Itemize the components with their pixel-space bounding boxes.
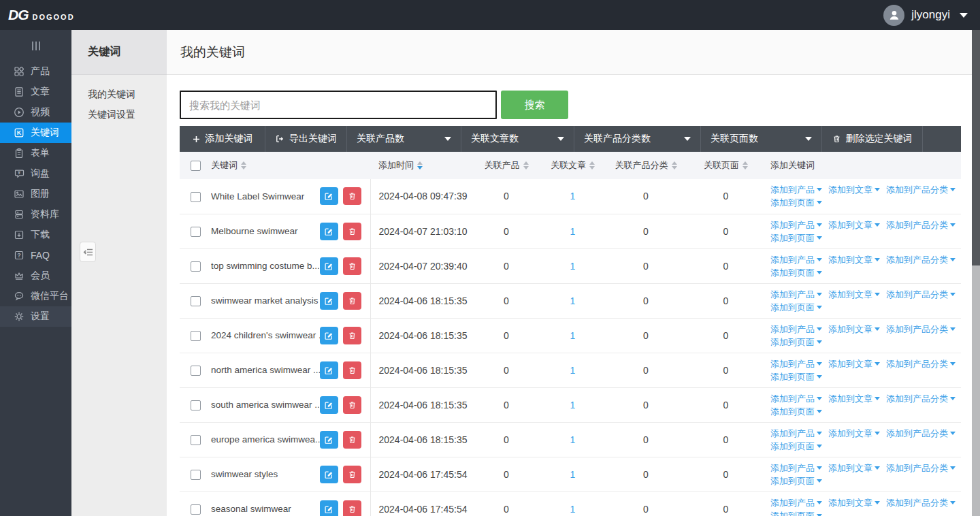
related-articles-count[interactable]: 1 xyxy=(540,283,605,318)
row-checkbox[interactable] xyxy=(191,261,201,272)
add-to-product-link[interactable]: 添加到产品 xyxy=(770,183,822,196)
related-articles-count[interactable]: 1 xyxy=(540,353,605,387)
sidebar-item-settings[interactable]: 设置 xyxy=(0,306,71,327)
add-to-article-link[interactable]: 添加到文章 xyxy=(828,323,880,336)
related-articles-count[interactable]: 1 xyxy=(540,387,605,422)
row-checkbox[interactable] xyxy=(191,470,201,480)
related-pages-count-dropdown[interactable]: 关联页面数 xyxy=(701,126,822,152)
delete-button[interactable] xyxy=(343,500,361,516)
sidebar-item-articles[interactable]: 文章 xyxy=(0,82,71,102)
add-to-product-link[interactable]: 添加到产品 xyxy=(770,462,822,474)
add-to-article-link[interactable]: 添加到文章 xyxy=(828,427,880,440)
add-to-page-link[interactable]: 添加到页面 xyxy=(770,231,822,244)
add-to-product-link[interactable]: 添加到产品 xyxy=(770,253,822,266)
row-checkbox[interactable] xyxy=(191,400,201,410)
delete-button[interactable] xyxy=(343,361,361,379)
edit-button[interactable] xyxy=(320,223,338,240)
header-related-articles[interactable]: 关联文章 xyxy=(540,152,605,179)
row-checkbox[interactable] xyxy=(191,192,201,202)
edit-button[interactable] xyxy=(320,257,338,275)
row-checkbox[interactable] xyxy=(191,227,201,237)
add-keyword-button[interactable]: 添加关键词 xyxy=(180,126,265,152)
edit-button[interactable] xyxy=(320,327,338,344)
edit-button[interactable] xyxy=(320,396,338,414)
related-articles-count[interactable]: 1 xyxy=(540,318,605,353)
add-to-article-link[interactable]: 添加到文章 xyxy=(828,357,880,370)
header-keyword[interactable]: 关键词 xyxy=(206,152,370,179)
username[interactable]: jlyongyi xyxy=(911,8,950,22)
add-to-page-link[interactable]: 添加到页面 xyxy=(770,301,822,314)
add-to-product-link[interactable]: 添加到产品 xyxy=(770,219,822,231)
related-articles-count[interactable]: 1 xyxy=(540,491,605,516)
header-related-products[interactable]: 关联产品 xyxy=(472,152,540,179)
related-articles-count-dropdown[interactable]: 关联文章数 xyxy=(461,126,574,152)
sidebar-item-library[interactable]: 资料库 xyxy=(0,204,71,225)
sidebar-item-members[interactable]: 会员 xyxy=(0,265,71,286)
add-to-article-link[interactable]: 添加到文章 xyxy=(828,288,880,301)
add-to-category-link[interactable]: 添加到产品分类 xyxy=(886,462,956,474)
sidebar-item-videos[interactable]: 视频 xyxy=(0,102,71,123)
related-articles-count[interactable]: 1 xyxy=(540,179,605,214)
sidebar-collapse-icon[interactable] xyxy=(0,35,71,56)
delete-button[interactable] xyxy=(343,466,361,483)
add-to-page-link[interactable]: 添加到页面 xyxy=(770,266,822,279)
add-to-product-link[interactable]: 添加到产品 xyxy=(770,288,822,301)
edit-button[interactable] xyxy=(320,466,338,483)
header-related-pages[interactable]: 关联页面 xyxy=(687,152,765,179)
subsidebar-item-my-keywords[interactable]: 我的关键词 xyxy=(71,84,167,105)
vertical-scrollbar[interactable] xyxy=(972,30,980,516)
add-to-category-link[interactable]: 添加到产品分类 xyxy=(886,392,956,405)
avatar[interactable] xyxy=(883,5,904,26)
sidebar-item-faq[interactable]: ? FAQ xyxy=(0,245,71,265)
related-products-count-dropdown[interactable]: 关联产品数 xyxy=(347,126,461,152)
sidebar-item-keywords[interactable]: K 关键词 xyxy=(0,123,71,143)
edit-button[interactable] xyxy=(320,361,338,379)
add-to-product-link[interactable]: 添加到产品 xyxy=(770,392,822,405)
edit-button[interactable] xyxy=(320,431,338,449)
add-to-category-link[interactable]: 添加到产品分类 xyxy=(886,427,956,440)
user-menu[interactable]: jlyongyi xyxy=(883,5,980,26)
scrollbar-thumb[interactable] xyxy=(972,30,980,265)
add-to-page-link[interactable]: 添加到页面 xyxy=(770,196,822,209)
related-articles-count[interactable]: 1 xyxy=(540,214,605,248)
panel-collapse-button[interactable] xyxy=(80,242,96,262)
add-to-category-link[interactable]: 添加到产品分类 xyxy=(886,323,956,336)
sidebar-item-albums[interactable]: 图册 xyxy=(0,184,71,204)
add-to-article-link[interactable]: 添加到文章 xyxy=(828,392,880,405)
related-articles-count[interactable]: 1 xyxy=(540,457,605,491)
row-checkbox[interactable] xyxy=(191,366,201,376)
header-related-categories[interactable]: 关联产品分类 xyxy=(605,152,687,179)
delete-selected-keywords-button[interactable]: 删除选定关键词 xyxy=(822,126,923,152)
add-to-article-link[interactable]: 添加到文章 xyxy=(828,462,880,474)
header-added-time[interactable]: 添加时间 xyxy=(370,152,472,179)
edit-button[interactable] xyxy=(320,187,338,205)
row-checkbox[interactable] xyxy=(191,504,201,515)
add-to-product-link[interactable]: 添加到产品 xyxy=(770,357,822,370)
add-to-page-link[interactable]: 添加到页面 xyxy=(770,336,822,349)
add-to-page-link[interactable]: 添加到页面 xyxy=(770,440,822,453)
add-to-category-link[interactable]: 添加到产品分类 xyxy=(886,288,956,301)
row-checkbox[interactable] xyxy=(191,331,201,341)
delete-button[interactable] xyxy=(343,292,361,310)
add-to-category-link[interactable]: 添加到产品分类 xyxy=(886,219,956,231)
sidebar-item-inquiries[interactable]: ¥ 询盘 xyxy=(0,163,71,184)
delete-button[interactable] xyxy=(343,257,361,275)
delete-button[interactable] xyxy=(343,223,361,240)
add-to-category-link[interactable]: 添加到产品分类 xyxy=(886,183,956,196)
row-checkbox[interactable] xyxy=(191,435,201,445)
delete-button[interactable] xyxy=(343,431,361,449)
delete-button[interactable] xyxy=(343,327,361,344)
related-articles-count[interactable]: 1 xyxy=(540,422,605,457)
subsidebar-item-keyword-settings[interactable]: 关键词设置 xyxy=(71,105,167,125)
keyword-search-input[interactable] xyxy=(180,91,497,119)
add-to-category-link[interactable]: 添加到产品分类 xyxy=(886,357,956,370)
sidebar-item-products[interactable]: 产品 xyxy=(0,61,71,82)
add-to-article-link[interactable]: 添加到文章 xyxy=(828,253,880,266)
select-all-checkbox[interactable] xyxy=(191,161,201,171)
search-button[interactable]: 搜索 xyxy=(501,91,568,119)
export-keywords-button[interactable]: 导出关键词 xyxy=(265,126,347,152)
sidebar-item-downloads[interactable]: 下载 xyxy=(0,225,71,245)
sidebar-item-wechat[interactable]: 微信平台 xyxy=(0,286,71,306)
delete-button[interactable] xyxy=(343,396,361,414)
add-to-page-link[interactable]: 添加到页面 xyxy=(770,370,822,383)
